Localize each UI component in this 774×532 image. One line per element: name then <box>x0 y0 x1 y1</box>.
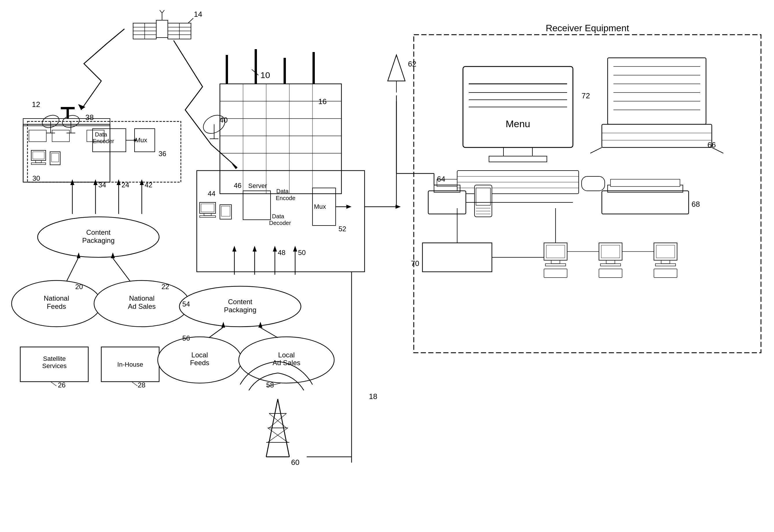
label-28: 28 <box>138 381 145 389</box>
label-20: 20 <box>75 283 83 291</box>
in-house-label: In-House <box>117 361 143 368</box>
national-ad-sales-label1: National <box>129 294 154 302</box>
svg-rect-148 <box>428 191 466 214</box>
menu-label-text: Menu <box>505 118 530 129</box>
label-48: 48 <box>278 249 286 256</box>
label-36: 36 <box>158 150 166 158</box>
svg-rect-27 <box>61 107 75 109</box>
label-22: 22 <box>161 283 169 291</box>
svg-rect-151 <box>474 185 492 217</box>
data-decoder-label2: Decoder <box>269 220 291 226</box>
local-feeds-label2: Feeds <box>190 359 210 367</box>
label-66: 66 <box>708 141 716 149</box>
data-encoder-label-2: Encoder <box>93 138 114 144</box>
label-42: 42 <box>145 181 152 189</box>
svg-rect-162 <box>544 243 567 260</box>
label-60: 60 <box>291 458 300 467</box>
label-62: 62 <box>408 60 416 68</box>
diagram-container: Receiver Equipment 14 <box>0 0 774 532</box>
svg-rect-167 <box>599 243 622 260</box>
main-diagram-svg: Receiver Equipment 14 <box>0 0 774 532</box>
label-18: 18 <box>369 392 377 401</box>
content-packaging-1-label2: Packaging <box>82 237 114 244</box>
svg-rect-159 <box>611 179 680 186</box>
label-54: 54 <box>182 300 190 308</box>
label-12: 12 <box>32 100 40 109</box>
label-68: 68 <box>692 200 700 208</box>
server-label: Server <box>248 182 267 189</box>
label-24: 24 <box>121 181 129 189</box>
content-packaging-2-label2: Packaging <box>224 306 256 314</box>
handheld-device <box>474 185 492 217</box>
local-ad-sales-label2: Ad Sales <box>273 359 300 367</box>
receiver-equipment-title: Receiver Equipment <box>546 23 629 33</box>
content-packaging-1-label: Content <box>86 228 110 236</box>
svg-rect-77 <box>313 52 315 84</box>
national-ad-sales-label2: Ad Sales <box>128 302 156 310</box>
svg-rect-143 <box>602 124 712 147</box>
svg-rect-136 <box>608 58 706 124</box>
svg-rect-74 <box>226 55 228 84</box>
data-decoder-label1: Data <box>272 213 285 219</box>
label-46: 46 <box>234 182 242 189</box>
label-26: 26 <box>58 381 66 389</box>
local-ad-sales-label1: Local <box>278 351 295 359</box>
mux-label-2: Mux <box>314 203 326 210</box>
svg-rect-172 <box>654 243 677 260</box>
laptop <box>590 58 723 153</box>
label-56: 56 <box>182 334 190 342</box>
label-38: 38 <box>85 113 94 122</box>
data-encode-label2: Encode <box>276 195 296 201</box>
printer-68 <box>602 179 689 214</box>
label-40: 40 <box>219 116 228 124</box>
label-72: 72 <box>582 91 590 100</box>
label-44: 44 <box>208 190 216 197</box>
label-70: 70 <box>411 259 419 268</box>
data-encoder-label-1: Data <box>95 131 107 138</box>
svg-rect-76 <box>284 58 286 84</box>
content-packaging-2-label: Content <box>228 298 252 306</box>
label-30: 30 <box>32 174 40 182</box>
label-52: 52 <box>339 225 346 233</box>
local-feeds-label1: Local <box>191 351 208 359</box>
label-34: 34 <box>98 181 106 189</box>
data-encode-label: Data <box>276 188 289 194</box>
national-feeds-label1: National <box>44 294 69 302</box>
svg-rect-157 <box>602 191 689 214</box>
label-10: 10 <box>261 70 270 80</box>
label-14: 14 <box>194 10 202 19</box>
label-50: 50 <box>298 249 306 256</box>
label-64: 64 <box>437 175 445 183</box>
satellite-services-label1: Satellite <box>43 355 66 362</box>
label-16: 16 <box>318 97 327 106</box>
svg-rect-160 <box>422 243 492 272</box>
svg-rect-75 <box>255 49 257 84</box>
national-feeds-label2: Feeds <box>47 302 66 310</box>
satellite-services-label2: Services <box>42 362 66 370</box>
